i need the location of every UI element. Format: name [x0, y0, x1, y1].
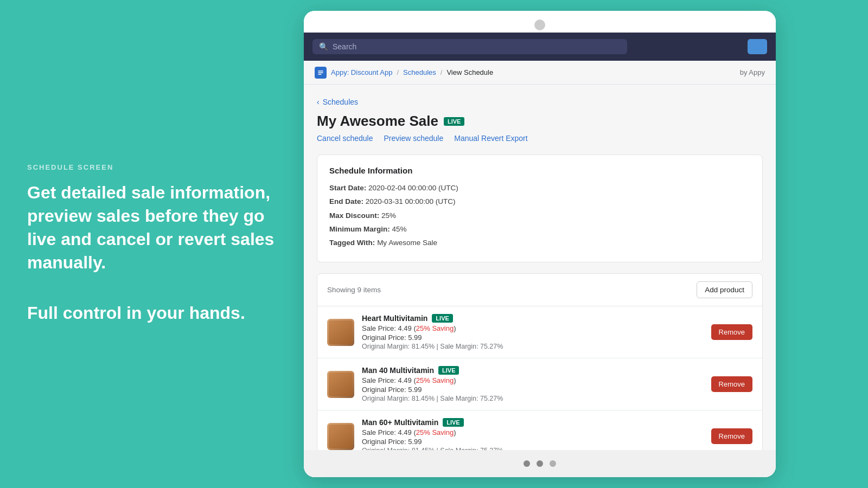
sale-price: 4.49: [398, 428, 411, 436]
subheadline: Full control in your hands.: [27, 301, 277, 325]
product-sale-row: Sale Price: 4.49 (25% Saving): [362, 376, 704, 384]
product-live-badge: Live: [438, 366, 459, 375]
original-price: 5.99: [408, 333, 422, 342]
remove-product-button[interactable]: Remove: [711, 376, 752, 392]
original-price: 5.99: [408, 438, 422, 446]
action-links: Cancel schedule Preview schedule Manual …: [317, 134, 763, 143]
live-badge: Live: [444, 117, 464, 126]
showing-label: Showing 9 items: [327, 286, 381, 294]
product-live-badge: Live: [443, 418, 463, 427]
shopify-nav: 🔍 Search: [304, 33, 776, 61]
info-row-tagged: Tagged With: My Awesome Sale: [329, 237, 750, 248]
cancel-schedule-link[interactable]: Cancel schedule: [317, 134, 373, 143]
product-name-row: Man 60+ Multivitamin Live: [362, 418, 704, 427]
product-live-badge: Live: [432, 314, 452, 323]
schedule-info-title: Schedule Information: [329, 166, 750, 175]
browser-circle-indicator: [534, 20, 545, 30]
add-product-button[interactable]: Add product: [697, 281, 752, 298]
remove-product-button[interactable]: Remove: [711, 428, 752, 444]
info-row-min-margin: Minimum Margin: 45%: [329, 224, 750, 235]
search-input[interactable]: Search: [333, 42, 356, 51]
tagged-with-value: My Awesome Sale: [377, 239, 437, 247]
back-chevron-icon: ‹: [317, 98, 320, 106]
min-margin-label: Minimum Margin:: [329, 225, 392, 233]
dot-2[interactable]: [537, 460, 543, 467]
product-original-row: Original Price: 5.99: [362, 386, 704, 394]
product-name-row: Man 40 Multivitamin Live: [362, 366, 704, 375]
product-info: Heart Multivitamin Live Sale Price: 4.49…: [362, 314, 704, 350]
saving-pct: 25% Saving: [416, 324, 454, 332]
product-name: Heart Multivitamin: [362, 314, 427, 323]
breadcrumb-app[interactable]: Appy: Discount App: [331, 68, 392, 76]
dot-3[interactable]: [550, 460, 556, 467]
original-price: 5.99: [408, 386, 422, 394]
left-panel: Schedule Screen Get detailed sale inform…: [0, 0, 304, 488]
right-panel: 🔍 Search Appy: Discount App / Schedules …: [304, 0, 868, 488]
product-item: Heart Multivitamin Live Sale Price: 4.49…: [317, 306, 762, 358]
start-date-value: 2020-02-04 00:00:00 (UTC): [368, 184, 458, 192]
products-section: Showing 9 items Add product Heart Multiv…: [317, 273, 763, 450]
schedule-info-card: Schedule Information Start Date: 2020-02…: [317, 155, 763, 262]
page-title: My Awesome Sale: [317, 113, 438, 130]
breadcrumb-section[interactable]: Schedules: [403, 68, 436, 76]
products-header: Showing 9 items Add product: [317, 274, 762, 306]
back-nav[interactable]: ‹ Schedules: [317, 98, 763, 106]
browser-bottom-dots: [304, 450, 776, 477]
remove-product-button[interactable]: Remove: [711, 324, 752, 340]
product-original-row: Original Price: 5.99: [362, 333, 704, 342]
product-thumbnail: [327, 371, 354, 398]
product-thumbnail: [327, 423, 354, 450]
manual-revert-link[interactable]: Manual Revert Export: [454, 134, 527, 143]
screen-label: Schedule Screen: [27, 163, 277, 171]
product-margin-row: Original Margin: 81.45% | Sale Margin: 7…: [362, 395, 704, 402]
end-date-label: End Date:: [329, 197, 366, 206]
original-margin: 81.45%: [412, 395, 435, 402]
sale-margin: 75.27%: [480, 343, 503, 350]
sale-price: 4.49: [398, 376, 411, 384]
breadcrumb-current: View Schedule: [446, 68, 493, 76]
sale-margin: 75.27%: [480, 395, 503, 402]
product-sale-row: Sale Price: 4.49 (25% Saving): [362, 428, 704, 436]
tagged-with-label: Tagged With:: [329, 239, 377, 247]
info-row-start: Start Date: 2020-02-04 00:00:00 (UTC): [329, 183, 750, 194]
product-item: Man 60+ Multivitamin Live Sale Price: 4.…: [317, 410, 762, 450]
back-nav-label[interactable]: Schedules: [323, 98, 358, 106]
info-row-end: End Date: 2020-03-31 00:00:00 (UTC): [329, 196, 750, 207]
headline: Get detailed sale information, preview s…: [27, 181, 277, 275]
product-info: Man 60+ Multivitamin Live Sale Price: 4.…: [362, 418, 704, 450]
info-row-max-discount: Max Discount: 25%: [329, 210, 750, 221]
nav-right-button[interactable]: [748, 39, 767, 54]
preview-schedule-link[interactable]: Preview schedule: [384, 134, 444, 143]
product-name-row: Heart Multivitamin Live: [362, 314, 704, 323]
browser-topbar: [304, 11, 776, 33]
product-original-row: Original Price: 5.99: [362, 438, 704, 446]
breadcrumb-row: Appy: Discount App / Schedules / View Sc…: [304, 61, 776, 85]
saving-pct: 25% Saving: [416, 428, 454, 436]
min-margin-value: 45%: [392, 225, 407, 233]
main-content: ‹ Schedules My Awesome Sale Live Cancel …: [304, 85, 776, 450]
max-discount-value: 25%: [381, 211, 396, 220]
page-title-row: My Awesome Sale Live: [317, 113, 763, 130]
product-thumbnail: [327, 319, 354, 346]
sale-price: 4.49: [398, 324, 411, 332]
browser-mockup: 🔍 Search Appy: Discount App / Schedules …: [304, 11, 776, 477]
product-margin-row: Original Margin: 81.45% | Sale Margin: 7…: [362, 343, 704, 350]
max-discount-label: Max Discount:: [329, 211, 381, 220]
breadcrumb: Appy: Discount App / Schedules / View Sc…: [315, 67, 493, 79]
product-info: Man 40 Multivitamin Live Sale Price: 4.4…: [362, 366, 704, 402]
by-appy-label: by Appy: [740, 68, 765, 76]
start-date-label: Start Date:: [329, 184, 368, 192]
end-date-value: 2020-03-31 00:00:00 (UTC): [366, 197, 456, 206]
product-name: Man 40 Multivitamin: [362, 366, 434, 375]
app-icon: [315, 67, 327, 79]
product-item: Man 40 Multivitamin Live Sale Price: 4.4…: [317, 358, 762, 410]
original-margin: 81.45%: [412, 343, 435, 350]
dot-1[interactable]: [524, 460, 530, 467]
saving-pct: 25% Saving: [416, 376, 454, 384]
product-name: Man 60+ Multivitamin: [362, 418, 438, 427]
product-sale-row: Sale Price: 4.49 (25% Saving): [362, 324, 704, 332]
search-bar[interactable]: 🔍 Search: [312, 39, 627, 54]
search-icon: 🔍: [319, 42, 328, 51]
